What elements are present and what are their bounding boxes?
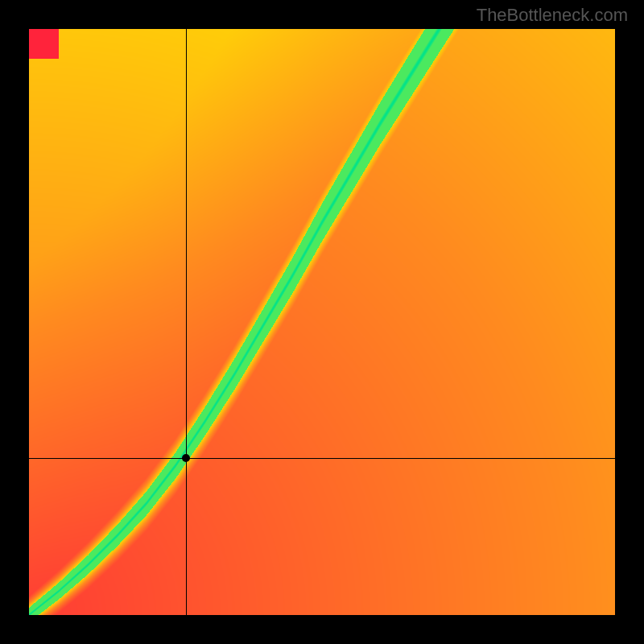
crosshair-vertical (186, 29, 187, 615)
heatmap-canvas (29, 29, 615, 615)
crosshair-horizontal (29, 458, 615, 459)
crosshair-marker (182, 454, 190, 462)
heatmap-chart (29, 29, 615, 615)
watermark-text: TheBottleneck.com (477, 5, 628, 26)
